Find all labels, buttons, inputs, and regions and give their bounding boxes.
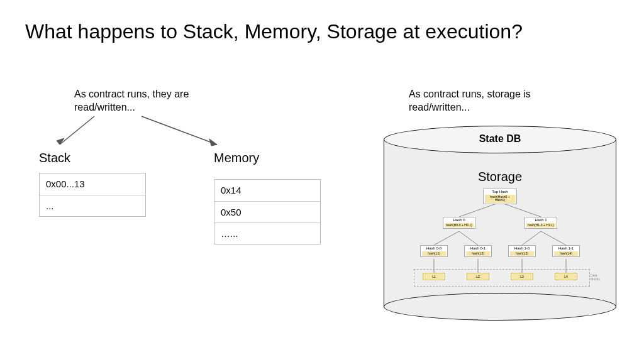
stack-label: Stack	[39, 151, 70, 165]
svg-marker-3	[209, 139, 217, 146]
tree-node-label: Hash 0-0	[422, 246, 446, 251]
arrow-to-stack	[50, 113, 101, 151]
svg-line-8	[522, 231, 541, 245]
svg-line-9	[541, 231, 566, 245]
tree-node-l2: Hash 1-0 hash(L3)	[508, 245, 536, 257]
state-db-label: State DB	[384, 133, 616, 145]
tree-node-sub: hash(L1)	[422, 251, 446, 256]
tree-leaf: L2	[467, 273, 489, 280]
memory-row: …...	[214, 222, 320, 244]
memory-table: 0x14 0x50 …...	[214, 179, 321, 244]
memory-row: 0x50	[214, 201, 320, 222]
svg-line-0	[60, 116, 94, 145]
tree-node-label: Hash 0	[445, 218, 474, 222]
svg-line-4	[459, 202, 500, 217]
svg-line-5	[500, 202, 541, 217]
state-db-cylinder: State DB Storage Top Hash hash(Hash0 + H…	[384, 126, 616, 321]
tree-node-l1: Hash 1 hash(H1-0 + H1-1)	[525, 217, 557, 229]
tree-node-label: Hash 1-0	[510, 246, 534, 251]
data-blocks-label: Data Blocks	[591, 273, 607, 281]
tree-node-l2: Hash 1-1 hash(L4)	[552, 245, 580, 257]
tree-node-sub: hash(L4)	[554, 251, 578, 256]
tree-node-sub: hash(Hash0 + Hash1)	[485, 195, 515, 203]
tree-node-l2: Hash 0-0 hash(L1)	[420, 245, 448, 257]
tree-node-label: Hash 1	[526, 218, 555, 222]
tree-node-l1: Hash 0 hash(H0-0 + H0-1)	[443, 217, 475, 229]
arrow-to-memory	[138, 113, 226, 151]
storage-label: Storage	[384, 170, 616, 184]
tree-node-sub: hash(L2)	[466, 251, 490, 256]
tree-node-l2: Hash 0-1 hash(L2)	[464, 245, 492, 257]
stack-row: ...	[40, 195, 145, 216]
tree-node-sub: hash(L3)	[510, 251, 534, 256]
svg-line-6	[434, 231, 459, 245]
tree-node-sub: hash(H0-0 + H0-1)	[445, 223, 474, 228]
merkle-tree: Top Hash hash(Hash0 + Hash1) Hash 0 hash…	[402, 189, 597, 302]
tree-node-label: Hash 0-1	[466, 246, 490, 251]
svg-line-2	[142, 116, 217, 145]
tree-leaf: L1	[423, 273, 445, 280]
caption-stack-memory: As contract runs, they are read/written.…	[74, 88, 219, 114]
svg-line-7	[459, 231, 478, 245]
stack-row: 0x00...13	[40, 173, 145, 195]
tree-node-top: Top Hash hash(Hash0 + Hash1)	[483, 189, 517, 204]
tree-leaf: L3	[511, 273, 533, 280]
tree-node-label: Hash 1-1	[554, 246, 578, 251]
caption-storage: As contract runs, storage is read/writte…	[409, 88, 547, 114]
memory-row: 0x14	[214, 180, 320, 201]
tree-leaf: L4	[555, 273, 577, 280]
slide-title: What happens to Stack, Memory, Storage a…	[25, 19, 523, 44]
tree-node-sub: hash(H1-0 + H1-1)	[526, 223, 555, 228]
tree-node-label: Top Hash	[485, 190, 515, 194]
memory-label: Memory	[214, 151, 259, 165]
stack-table: 0x00...13 ...	[39, 173, 146, 217]
